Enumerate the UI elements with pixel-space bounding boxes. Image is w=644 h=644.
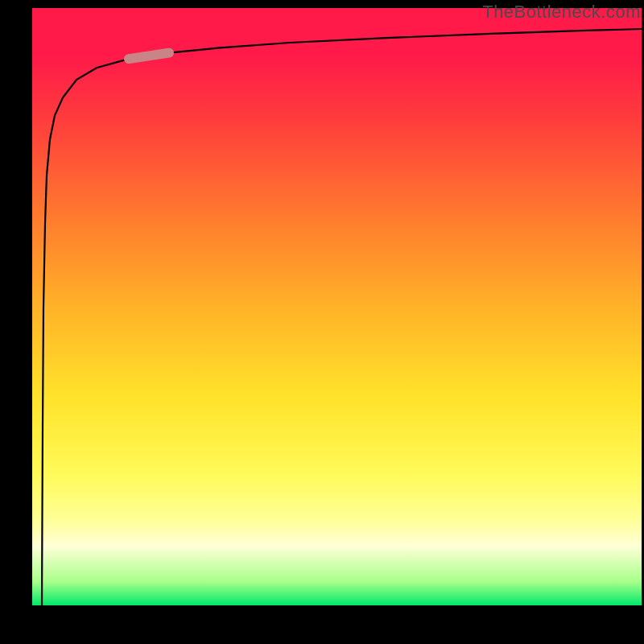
watermark-text: TheBottleneck.com [482,2,641,23]
curve-svg [32,8,642,605]
curve-highlight [129,53,169,59]
chart-frame: TheBottleneck.com [0,0,644,644]
plot-area [32,8,642,605]
bottleneck-curve [42,29,642,605]
